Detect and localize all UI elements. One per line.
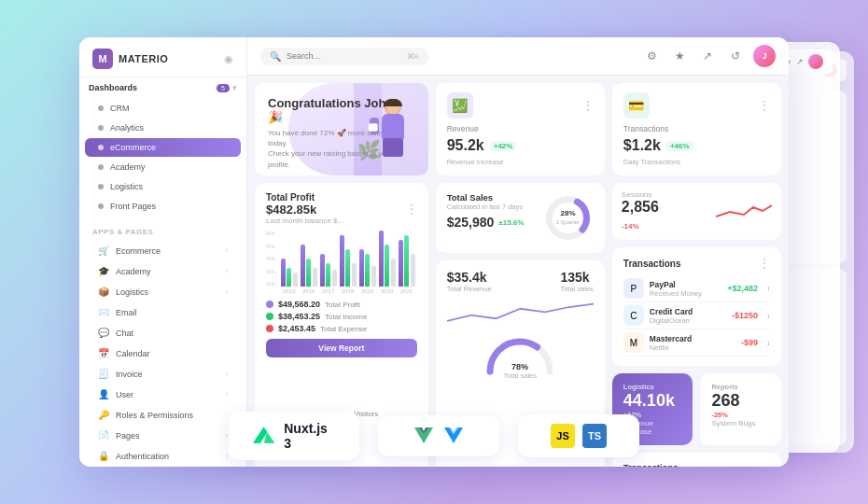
paypal-icon: P (623, 278, 644, 299)
sales-change: ±15.6% (498, 218, 524, 227)
y-label-50k: 50k (266, 244, 275, 249)
profit-dot-total (266, 301, 273, 308)
academy-app-label: Academy (116, 267, 151, 276)
y-label-60k: 60k (266, 231, 275, 236)
sidebar-app-academy[interactable]: 🎓 Academy › (85, 261, 241, 281)
sessions-change: -14% (622, 222, 639, 231)
bar-group-2017 (320, 254, 337, 287)
sidebar: M MATERIO ◉ Dashboards 5 ▾ CRM (79, 37, 247, 467)
bar-groups (279, 231, 417, 287)
congrats-figure (368, 99, 419, 175)
sidebar-toggle[interactable]: ◉ (224, 53, 233, 65)
profit-dot-expense (266, 325, 273, 332)
share-btn[interactable]: ↗ (697, 46, 718, 66)
view-report-button[interactable]: View Report (266, 339, 417, 357)
profit-main-value: $482.85k (266, 203, 343, 217)
bar-purple-2020 (379, 231, 384, 287)
sidebar-app-invoice[interactable]: 🧾 Invoice › (85, 364, 241, 384)
chart-year-labels: 2015 2016 2017 2018 2019 2020 2021 (279, 288, 417, 294)
svg-marker-10 (444, 427, 463, 443)
topbar-actions: ⚙ ★ ↗ ↺ J (641, 45, 776, 67)
creditcard-icon: C (623, 305, 644, 326)
roles-label: Roles & Permissions (116, 411, 193, 420)
logo-icon: M (92, 49, 113, 69)
sidebar-app-logistics[interactable]: 📦 Logistics › (85, 282, 241, 301)
profit-more-btn[interactable]: ⋮ (406, 203, 417, 216)
reports-label: System Bugs (711, 419, 770, 427)
bar-group-2016 (301, 245, 317, 287)
sidebar-item-frontpages[interactable]: Front Pages (85, 197, 241, 216)
sidebar-app-ecommerce[interactable]: 🛒 Ecommerce › (85, 241, 241, 260)
year-2017: 2017 (320, 288, 337, 294)
transactions-icon-bg: 💳 (623, 92, 650, 119)
sessions-label: Sessions (622, 190, 659, 199)
topbar: 🔍 ⌘K ⚙ ★ ↗ ↺ J (247, 37, 789, 76)
logistics-icon: 📦 (98, 287, 109, 297)
calendar-icon: 📅 (98, 348, 109, 358)
paypal-info: PayPal Received Money (650, 280, 721, 298)
sidebar-nav: CRM Analytics eCommerce Academy Logistic… (79, 98, 246, 217)
bar-green-2020 (385, 245, 389, 287)
main-content: 🔍 ⌘K ⚙ ★ ↗ ↺ J (247, 37, 789, 467)
revenue-label: Revenue (447, 124, 594, 133)
calendar-label: Calendar (116, 349, 150, 358)
sidebar-item-academy[interactable]: Academy (85, 158, 241, 176)
transactions-more-btn[interactable]: ⋮ (759, 99, 770, 112)
sidebar-app-email[interactable]: ✉️ Email (85, 302, 241, 322)
transactions-card-header: 💳 ⋮ (623, 92, 770, 119)
bar-gray-2017 (332, 270, 337, 287)
sidebar-item-ecommerce[interactable]: eCommerce (85, 138, 241, 157)
sidebar-apps: 🛒 Ecommerce › 🎓 Academy › 📦 Logistics › … (79, 240, 246, 467)
year-2015: 2015 (281, 288, 298, 294)
year-2019: 2019 (359, 288, 376, 294)
nuxt-icon (251, 423, 276, 449)
sidebar-item-crm[interactable]: CRM (85, 99, 241, 118)
sidebar-app-calendar[interactable]: 📅 Calendar (85, 343, 241, 363)
revenue-icon: 💹 (452, 98, 468, 113)
sidebar-app-pages[interactable]: 📄 Pages › (85, 426, 241, 445)
chat-icon: 💬 (98, 328, 109, 338)
figure-pants (383, 138, 403, 157)
invoice-chevron: › (226, 371, 228, 377)
sales-value: $25,980 (447, 215, 495, 230)
refresh-btn[interactable]: ↺ (725, 46, 746, 66)
user-icon: 👤 (98, 389, 109, 399)
total-revenue-right: 135k Total sales (560, 270, 593, 293)
star-btn[interactable]: ★ (669, 46, 690, 66)
sidebar-app-user[interactable]: 👤 User › (85, 385, 241, 404)
bar-gray-2020 (391, 259, 396, 287)
dashboard-grid: Congratulations John! 🎉 You have done 72… (247, 76, 789, 467)
chat-label: Chat (116, 329, 133, 338)
user-avatar[interactable]: J (753, 45, 776, 67)
profit-title: Total Profit (266, 192, 343, 203)
revenue-change: +42% (490, 141, 517, 151)
total-revenue-value: $35.4k (447, 270, 492, 285)
tech-logos: Nuxt.js 3 JS TS (229, 412, 639, 460)
user-chevron: › (226, 391, 228, 398)
ts-text: TS (588, 430, 601, 441)
bar-purple-2016 (301, 245, 305, 287)
search-input[interactable] (287, 51, 361, 61)
sidebar-item-logistics[interactable]: Logistics (85, 177, 241, 196)
bar-gray-2019 (371, 266, 376, 287)
bar-purple-2021 (399, 240, 403, 287)
pages-icon: 📄 (98, 430, 109, 441)
mastercard-arrow: ↓ (766, 339, 770, 347)
translate-btn[interactable]: ⚙ (641, 46, 662, 66)
revenue-value: 95.2k (447, 137, 484, 154)
transactions-list-card: Transactions ⋮ P PayPal Received Money +… (612, 247, 781, 366)
academy-chevron: › (226, 268, 228, 274)
sidebar-item-analytics[interactable]: Analytics (85, 119, 241, 137)
transactions-list-more[interactable]: ⋮ (759, 257, 770, 270)
logistics-value: 44.10k (623, 391, 682, 411)
sidebar-app-chat[interactable]: 💬 Chat (85, 323, 241, 343)
bar-green-2015 (287, 268, 291, 287)
revenue-more-btn[interactable]: ⋮ (582, 99, 594, 112)
crm-label: CRM (110, 104, 130, 113)
bar-green-2017 (326, 263, 330, 287)
sidebar-app-roles[interactable]: 🔑 Roles & Permissions (85, 405, 241, 425)
sidebar-app-auth[interactable]: 🔒 Authentication › (85, 446, 241, 466)
frontpages-label: Front Pages (110, 202, 156, 211)
sales-donut: 28% 1 Quarter (542, 192, 594, 244)
creditcard-amount: -$1250 (732, 311, 758, 320)
